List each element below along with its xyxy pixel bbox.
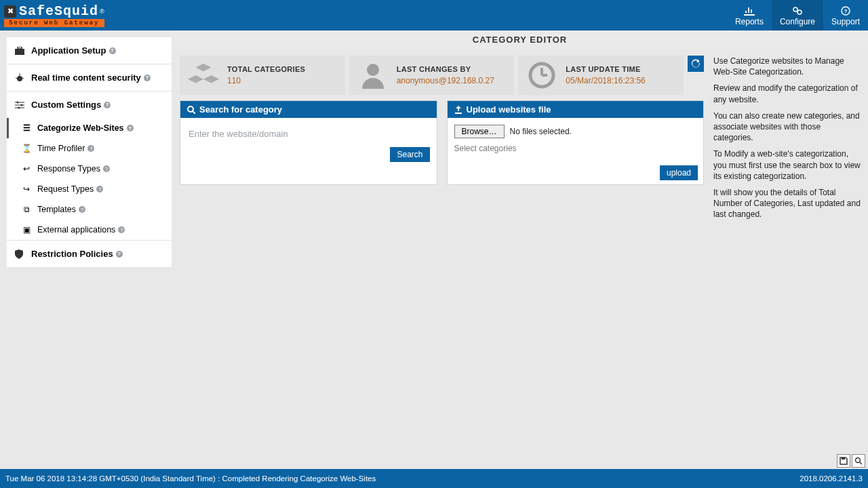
topnav: Reports Configure ? Support xyxy=(727,0,868,30)
main-layout: Application Setup ? Real time content se… xyxy=(0,30,868,469)
info-paragraph: It will show you the details of Total Nu… xyxy=(713,187,861,220)
help-icon[interactable]: ? xyxy=(104,102,111,108)
help-icon[interactable]: ? xyxy=(116,251,123,258)
topnav-label: Reports xyxy=(735,17,764,26)
svg-point-13 xyxy=(21,104,23,106)
stat-value: 110 xyxy=(227,76,305,85)
stat-total-categories: TOTAL CATEGORIES 110 xyxy=(180,56,345,95)
topnav-support[interactable]: ? Support xyxy=(823,0,868,30)
panel-header-search: Search for category xyxy=(180,101,437,118)
sidebar-group-application-setup: Application Setup ? xyxy=(7,37,172,64)
sidebar-item-label: Response Types xyxy=(37,164,100,174)
sidebar-item-time-profiler[interactable]: ⌛ Time Profiler ? xyxy=(7,138,172,159)
search-icon xyxy=(187,106,195,114)
select-categories-label[interactable]: Select categories xyxy=(454,144,697,153)
panel-title: Upload websites file xyxy=(467,104,551,115)
sidebar-item-response-types[interactable]: ↩ Response Types ? xyxy=(7,159,172,179)
version-text: 2018.0206.2141.3 xyxy=(800,474,863,483)
help-icon[interactable]: ? xyxy=(96,186,103,192)
footer-search-button[interactable] xyxy=(852,454,865,468)
svg-line-21 xyxy=(193,111,195,114)
sidebar-heading-label: Application Setup xyxy=(31,45,106,56)
panel-title: Search for category xyxy=(199,104,282,115)
search-button[interactable]: Search xyxy=(390,147,429,162)
upload-icon xyxy=(454,106,462,114)
panel-header-upload: Upload websites file xyxy=(448,101,704,118)
help-icon[interactable]: ? xyxy=(103,165,110,172)
svg-point-16 xyxy=(367,64,379,76)
stat-value: 05/Mar/2018:16:23:56 xyxy=(566,76,645,85)
sidebar-item-templates[interactable]: ⧉ Templates ? xyxy=(7,199,172,220)
sidebar-heading-custom-settings[interactable]: Custom Settings ? xyxy=(7,92,172,118)
stat-last-changes-by: LAST CHANGES BY anonymous@192.168.0.27 xyxy=(349,56,515,95)
sidebar-heading-label: Real time content security xyxy=(31,73,141,83)
sidebar-item-label: Templates xyxy=(37,205,76,214)
sidebar-item-label: External applications xyxy=(37,225,115,235)
main: CATEGORY EDITOR TOTAL CATEGORIES 110 xyxy=(172,30,868,469)
help-icon[interactable]: ? xyxy=(127,125,134,131)
clock-icon xyxy=(525,59,559,92)
panels-row: Search for category Search xyxy=(180,95,704,185)
cubes-icon xyxy=(186,59,220,92)
brand-logo-icon: ✖ xyxy=(4,5,16,18)
sidebar-heading-application-setup[interactable]: Application Setup ? xyxy=(7,37,172,64)
info-paragraph: Review and modify the categorization of … xyxy=(713,83,861,104)
stats-row: TOTAL CATEGORIES 110 LAST CHANGES BY ano… xyxy=(180,56,684,95)
sidebar-item-external-apps[interactable]: ▣ External applications ? xyxy=(7,220,172,240)
svg-line-25 xyxy=(860,462,862,464)
topnav-reports[interactable]: Reports xyxy=(727,0,772,30)
info-paragraph: You can also create new categories, and … xyxy=(713,110,861,144)
help-icon[interactable]: ? xyxy=(118,226,125,233)
help-icon[interactable]: ? xyxy=(79,206,85,213)
panel-search-category: Search for category Search xyxy=(180,100,437,185)
info-paragraph: To Modify a web-site's categorization, y… xyxy=(713,148,861,182)
user-icon xyxy=(356,59,390,92)
forward-icon: ↪ xyxy=(21,184,32,194)
refresh-button[interactable] xyxy=(688,56,704,72)
topbar: ✖ SafeSquid ® Secure Web Gateway Reports… xyxy=(0,0,868,30)
upload-button[interactable]: upload xyxy=(660,165,698,180)
sidebar: Application Setup ? Real time content se… xyxy=(0,30,172,469)
template-icon: ⧉ xyxy=(21,205,32,214)
help-icon[interactable]: ? xyxy=(144,75,151,81)
page-title: CATEGORY EDITOR xyxy=(172,30,868,49)
svg-point-11 xyxy=(17,101,19,103)
svg-rect-22 xyxy=(455,113,462,114)
help-icon[interactable]: ? xyxy=(87,145,94,152)
reply-icon: ↩ xyxy=(21,164,32,174)
topnav-configure[interactable]: Configure xyxy=(772,0,823,30)
search-input[interactable] xyxy=(187,125,430,143)
status-text: Tue Mar 06 2018 13:14:28 GMT+0530 (India… xyxy=(5,474,376,483)
svg-rect-23 xyxy=(842,458,845,460)
stat-last-update-time: LAST UPDATE TIME 05/Mar/2018:16:23:56 xyxy=(518,56,684,95)
brand-tagline: Secure Web Gateway xyxy=(4,19,104,27)
browse-button[interactable]: Browse… xyxy=(454,125,505,138)
topnav-label: Support xyxy=(831,17,860,26)
brand-name: SafeSquid xyxy=(19,3,98,19)
svg-point-15 xyxy=(18,106,20,108)
content-row: TOTAL CATEGORIES 110 LAST CHANGES BY ano… xyxy=(172,49,868,225)
brand: ✖ SafeSquid ® Secure Web Gateway xyxy=(0,3,104,27)
stat-label: LAST CHANGES BY xyxy=(397,65,494,73)
svg-point-20 xyxy=(188,106,193,112)
stat-label: LAST UPDATE TIME xyxy=(566,65,645,73)
shield-icon xyxy=(15,249,26,259)
external-icon: ▣ xyxy=(21,225,32,235)
status-bar: Tue Mar 06 2018 13:14:28 GMT+0530 (India… xyxy=(0,469,868,488)
sidebar-panel: Application Setup ? Real time content se… xyxy=(7,37,172,267)
svg-point-0 xyxy=(793,7,797,12)
footer-action-buttons xyxy=(837,454,865,468)
hourglass-icon: ⌛ xyxy=(21,144,32,153)
sidebar-group-realtime: Real time content security ? xyxy=(7,64,172,92)
sidebar-heading-realtime[interactable]: Real time content security ? xyxy=(7,64,172,91)
save-disk-button[interactable] xyxy=(837,454,850,468)
sidebar-item-label: Time Profiler xyxy=(37,144,85,153)
sidebar-item-label: Categorize Web-Sites xyxy=(37,123,124,133)
help-icon[interactable]: ? xyxy=(109,47,116,54)
sidebar-heading-restriction[interactable]: Restriction Policies ? xyxy=(7,241,172,267)
info-column: Use Categorize websites to Manage Web-Si… xyxy=(711,56,861,225)
chart-icon xyxy=(744,6,755,16)
sidebar-item-categorize[interactable]: ☰ Categorize Web-Sites ? xyxy=(7,118,172,138)
brand-superscript: ® xyxy=(100,8,104,15)
sidebar-item-request-types[interactable]: ↪ Request Types ? xyxy=(7,179,172,199)
